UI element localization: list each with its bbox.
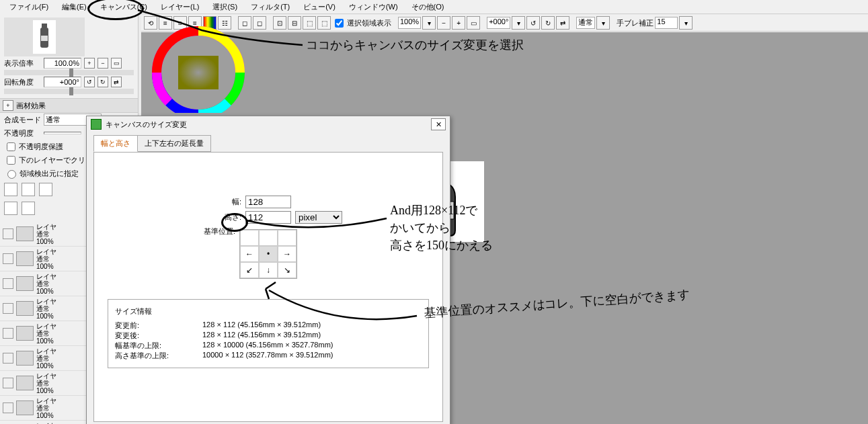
stabilizer-label: 手ブレ補正 [617,18,654,28]
annotation-text-1: ココからキャンバスのサイズ変更を選択 [306,37,524,53]
folder-icon [16,376,34,390]
layer-label: レイヤ通常100% [36,372,56,394]
visibility-icon[interactable] [3,303,13,314]
dialog-title: キャンバスのサイズ変更 [106,120,187,130]
angle-reset-btn[interactable]: ⇄ [111,77,122,87]
blend-dropdown-icon[interactable]: ▾ [596,16,610,30]
menu-window[interactable]: ウィンドウ(W) [342,1,405,13]
zoom-label: 表示倍率 [4,58,41,69]
layer-label: レイヤ通常100% [36,397,56,419]
close-icon[interactable]: ✕ [431,118,446,130]
layer-label: レイヤ通常100% [36,273,56,295]
zoom-dropdown-icon[interactable]: ▾ [422,16,436,30]
anchor-mc[interactable]: • [259,246,278,262]
svg-rect-6 [178,56,219,89]
anchor-tr[interactable] [278,230,297,246]
zoom-in-btn[interactable]: + [84,58,95,69]
size-info-box: サイズ情報 変更前:128 × 112 (45.156mm × 39.512mm… [108,299,429,368]
folder-icon [16,326,34,341]
open-icon[interactable] [39,183,52,196]
layer-label: レイヤ通常100% [36,323,56,345]
rotate-cw-icon[interactable]: ↻ [541,16,555,30]
width-input[interactable] [245,196,291,208]
blend-mode-label: 合成モード [4,115,41,125]
opacity-value[interactable] [44,132,81,134]
canvas-size-dialog: キャンバスのサイズ変更 ✕ 幅と高さ 上下左右の延長量 幅: 高さ: pixel… [86,116,450,424]
visibility-icon[interactable] [3,278,13,289]
visibility-icon[interactable] [3,378,13,388]
zoom-in-icon[interactable]: + [452,16,465,30]
anchor-mr[interactable]: → [278,246,297,262]
zoom-value[interactable]: 100.0% [44,58,81,69]
visibility-icon[interactable] [3,402,13,413]
new-folder-icon[interactable] [22,183,35,196]
visibility-icon[interactable] [3,328,13,339]
zoom-fit-btn[interactable]: ▭ [111,58,122,69]
zoom-out-icon[interactable]: − [437,16,450,30]
angle-ccw-btn[interactable]: ↺ [84,77,95,87]
tab-width-height[interactable]: 幅と高さ [93,135,138,152]
angle-value[interactable]: +000° [44,77,81,87]
angle-dropdown-icon[interactable]: ▾ [512,16,525,30]
menu-view[interactable]: ビュー(V) [297,1,342,13]
sel-btn-5[interactable]: ⬚ [303,16,316,30]
layer-label: レイヤ通常100% [36,298,56,320]
anchor-bl[interactable]: ↙ [240,262,259,278]
opacity-protect-checkbox[interactable]: 不透明度保護 [4,140,63,153]
expand-icon[interactable]: + [3,100,13,111]
color-wheel[interactable] [141,19,255,113]
layer-up-icon[interactable] [22,202,35,215]
svg-rect-0 [42,24,47,28]
material-effect-header[interactable]: + 画材効果 [0,98,138,113]
unit-select[interactable]: pixel [295,211,342,224]
height-input[interactable] [245,211,291,224]
annotation-circle-height [221,213,248,232]
menu-layer[interactable]: レイヤー(L) [154,1,206,13]
stab-dropdown-icon[interactable]: ▾ [679,16,693,30]
angle-cw-btn[interactable]: ↻ [97,77,108,87]
zoom-out-btn[interactable]: − [97,58,108,69]
folder-icon [16,400,34,415]
anchor-tc[interactable] [259,230,278,246]
sel-source-radio[interactable]: 領域検出元に指定 [4,168,79,179]
width-label: 幅: [194,197,241,207]
menu-filter[interactable]: フィルタ(T) [244,1,297,13]
visibility-icon[interactable] [3,228,13,239]
blend-select[interactable]: 通常 [576,17,595,29]
navigator-thumbnail[interactable] [4,17,85,56]
layer-label: レイヤ通常100% [36,347,56,370]
folder-icon [16,251,34,266]
layer-down-icon[interactable] [4,202,17,215]
visibility-icon[interactable] [3,353,13,364]
anchor-tl[interactable] [240,230,259,246]
folder-icon [16,276,34,291]
anchor-bc[interactable]: ↓ [259,262,278,278]
sel-btn-6[interactable]: ⬚ [317,16,331,30]
svg-rect-2 [41,36,48,41]
menu-file[interactable]: ファイル(F) [3,1,55,13]
zoom-select[interactable]: 100% [398,17,421,29]
anchor-br[interactable]: ↘ [278,262,297,278]
layer-label: レイヤ通常100% [36,223,56,245]
app-icon [91,119,102,130]
zoom-fit-icon[interactable]: ▭ [467,16,480,30]
angle-select[interactable]: +000° [487,17,510,29]
sel-btn-3[interactable]: ⊡ [273,16,286,30]
new-layer-icon[interactable] [4,183,17,196]
folder-icon [16,301,34,316]
sel-display-checkbox[interactable]: 選択領域表示 [332,17,391,30]
menu-select[interactable]: 選択(S) [206,1,244,13]
tab-extension[interactable]: 上下左右の延長量 [137,135,211,152]
stabilizer-value[interactable]: 15 [655,17,678,29]
annotation-text-2: And用128×112でかいてから高さを150にかえる [390,202,493,254]
anchor-grid[interactable]: ← • → ↙ ↓ ↘ [239,229,297,279]
rotate-ccw-icon[interactable]: ↺ [526,16,540,30]
flip-icon[interactable]: ⇄ [556,16,569,30]
menu-other[interactable]: その他(O) [405,1,451,13]
size-info-header: サイズ情報 [115,306,422,316]
sel-btn-4[interactable]: ⊟ [288,16,301,30]
folder-icon [16,351,34,366]
angle-label: 回転角度 [4,77,41,87]
anchor-ml[interactable]: ← [240,246,259,262]
visibility-icon[interactable] [3,253,13,264]
